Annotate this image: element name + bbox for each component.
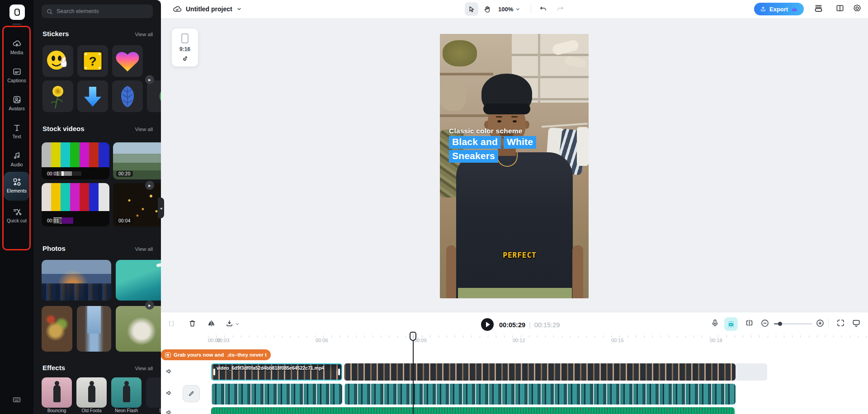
auto-captions-button[interactable] (724, 317, 738, 331)
section-title: Photos (42, 245, 66, 252)
cursor-tool-button[interactable] (465, 2, 478, 16)
preview-display-button[interactable] (852, 319, 861, 328)
aspect-ratio-card[interactable]: 9:16 (172, 28, 198, 66)
search-bar[interactable] (42, 5, 153, 18)
video-clip[interactable] (344, 363, 736, 381)
search-input[interactable] (57, 8, 142, 14)
fit-timeline-button[interactable] (836, 319, 845, 327)
stickers-view-all-link[interactable]: View all (135, 32, 153, 37)
sticker-partial[interactable] (147, 80, 161, 112)
audio-clip[interactable] (211, 407, 735, 414)
undo-button[interactable] (536, 2, 550, 16)
stock-video-thumb[interactable]: 00:01 (42, 142, 109, 179)
sticker-blue-leaf[interactable] (112, 80, 143, 112)
stock-videos-view-all-link[interactable]: View all (135, 127, 153, 132)
caption-overlay-highlight-row2[interactable]: Sneakers (449, 150, 498, 163)
playhead-handle[interactable] (410, 332, 416, 341)
effect-thumb[interactable] (42, 377, 72, 408)
sidebar-item-text[interactable]: Text (0, 123, 33, 139)
mirror-flip-button[interactable] (207, 319, 216, 328)
download-button[interactable] (225, 319, 234, 328)
effects-header: Effects View all (42, 364, 153, 372)
stock-videos-scroll-right-button[interactable]: ▸ (145, 181, 154, 190)
section-title: Stock videos (42, 125, 85, 132)
caption-overlay-line1[interactable]: Classic color scheme (449, 127, 523, 135)
keyboard-shortcuts-icon[interactable] (12, 395, 21, 404)
split-clip-button[interactable] (745, 319, 754, 327)
mute-track-icon[interactable] (165, 409, 173, 414)
sidebar-item-avatars[interactable]: Avatars (0, 95, 33, 111)
video-clip-selected[interactable]: video_6d9f3df0fa52d4bb818f085e64522c71.m… (211, 363, 342, 381)
play-button[interactable] (481, 318, 494, 331)
effect-thumb[interactable] (111, 377, 142, 408)
sidebar-item-elements[interactable]: Elements (0, 177, 33, 193)
hand-tool-button[interactable] (480, 2, 494, 16)
edit-track-button[interactable] (183, 385, 200, 402)
photo-thumb-city[interactable] (42, 260, 111, 301)
mute-track-icon[interactable] (165, 367, 173, 375)
canvas-zoom-select[interactable]: 100% (498, 0, 520, 18)
chevron-down-icon (515, 7, 520, 12)
timeline-area: 00:05:29 | 00:15:29 (161, 312, 868, 414)
export-button[interactable]: Export (754, 3, 804, 15)
delete-button[interactable] (188, 319, 197, 328)
photos-scroll-right-button[interactable]: ▸ (145, 301, 154, 310)
project-title-group[interactable]: Untitled project (173, 0, 242, 18)
photo-thumb-dog[interactable] (116, 306, 161, 352)
stock-video-thumb[interactable]: 00:01 (42, 183, 109, 226)
undo-icon (539, 5, 547, 13)
photos-view-all-link[interactable]: View all (135, 246, 153, 252)
caption-clip[interactable]: Grab yours now and (161, 349, 228, 360)
download-options-chevron[interactable] (235, 322, 240, 326)
sidebar-item-captions[interactable]: Captions (0, 67, 33, 83)
music-notes-icon (12, 151, 22, 160)
sticker-blue-down-arrow[interactable] (77, 80, 108, 112)
effects-view-all-link[interactable]: View all (135, 366, 153, 371)
overlay-video-clip[interactable] (344, 384, 736, 405)
layout-panels-button[interactable] (835, 4, 844, 13)
effect-thumb[interactable] (146, 377, 161, 408)
overlay-video-clip[interactable] (211, 384, 342, 405)
sticker-yellow-rose[interactable] (42, 80, 73, 112)
effect-label: Bouncing (42, 408, 72, 413)
voiceover-button[interactable] (711, 319, 719, 327)
timeline-zoom-in-button[interactable] (816, 319, 825, 328)
stickers-scroll-right-button[interactable]: ▸ (145, 75, 154, 84)
shapes-plus-icon (12, 177, 22, 187)
ruler-label: 00:06 (316, 338, 328, 343)
sidebar-item-audio[interactable]: Audio (0, 151, 33, 167)
photo-thumb-food[interactable] (42, 306, 72, 352)
hand-tool-icon (483, 5, 491, 13)
sidebar-item-label: Media (0, 50, 33, 55)
stock-video-thumb[interactable]: 00:04 (113, 183, 161, 226)
effect-thumb[interactable] (76, 377, 107, 408)
sticker-text-perfect[interactable]: PERFECT (503, 251, 536, 259)
caption-overlay-highlight-row1[interactable]: Black and White (449, 136, 536, 149)
sticker-question-block[interactable]: ? (77, 45, 108, 77)
photos-header: Photos View all (42, 245, 153, 252)
pro-crown-icon (791, 6, 798, 13)
sticker-thumbs-up-smiley[interactable] (42, 45, 73, 77)
export-queue-button[interactable] (814, 4, 823, 13)
split-button[interactable] (167, 320, 175, 328)
settings-button[interactable] (853, 4, 862, 13)
video-preview[interactable]: Classic color scheme Black and White Sne… (440, 34, 589, 298)
sticker-rainbow-heart[interactable] (112, 45, 143, 77)
timeline-zoom-slider[interactable] (774, 323, 812, 325)
photo-thumb-street[interactable] (77, 306, 111, 352)
avatar-frame-icon (12, 95, 22, 104)
capcut-logo[interactable] (9, 5, 25, 20)
sidebar-item-quick-cut[interactable]: Quick cut (0, 207, 33, 223)
redo-button[interactable] (553, 2, 567, 16)
timeline-ruler[interactable]: 00:00 00:03 00:06 00:09 00:12 00:15 00:1… (208, 335, 868, 345)
timeline-zoom-out-button[interactable] (760, 319, 769, 328)
stock-video-thumb[interactable]: 00:20 (113, 142, 161, 179)
panel-collapse-handle[interactable]: ◂ (158, 198, 164, 218)
zoom-out-icon (760, 319, 769, 328)
duration-badge: 00:04 (116, 218, 133, 224)
sidebar-item-label: Quick cut (0, 218, 33, 223)
sidebar-item-media[interactable]: Media (0, 39, 33, 55)
mute-track-icon[interactable] (165, 389, 173, 397)
photo-thumb-ocean[interactable] (116, 260, 161, 301)
slider-handle[interactable] (778, 322, 782, 326)
